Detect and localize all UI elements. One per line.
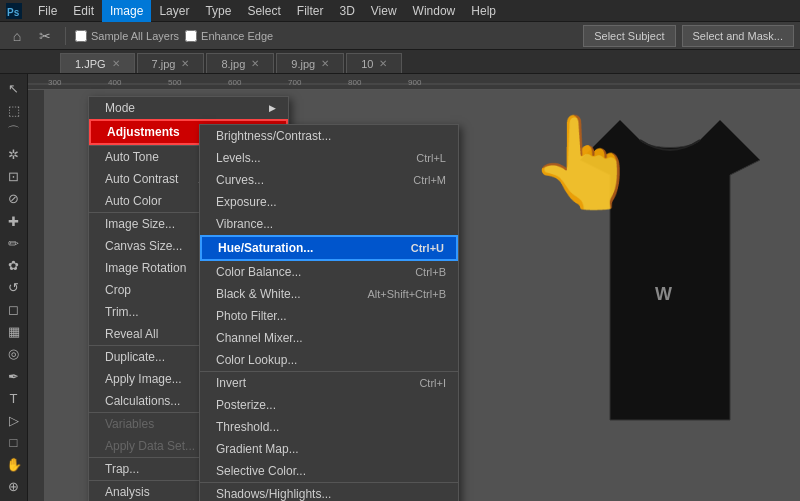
main-layout: ↖ ⬚ ⌒ ✲ ⊡ ⊘ ✚ ✏ ✿ ↺ ◻ ▦ ◎ ✒ T ▷ □ ✋ ⊕ 30…	[0, 74, 800, 501]
menu-type[interactable]: Type	[197, 0, 239, 22]
svg-text:500: 500	[168, 78, 182, 87]
lasso-tool[interactable]: ⌒	[2, 122, 26, 142]
history-brush-tool[interactable]: ↺	[2, 277, 26, 297]
svg-text:300: 300	[48, 78, 62, 87]
left-toolbar: ↖ ⬚ ⌒ ✲ ⊡ ⊘ ✚ ✏ ✿ ↺ ◻ ▦ ◎ ✒ T ▷ □ ✋ ⊕	[0, 74, 28, 501]
tab-close-1[interactable]: ✕	[112, 58, 120, 69]
svg-text:400: 400	[108, 78, 122, 87]
svg-text:900: 900	[408, 78, 422, 87]
dodge-tool[interactable]: ◎	[2, 344, 26, 364]
separator-1	[65, 27, 66, 45]
submenu-posterize[interactable]: Posterize...	[200, 394, 458, 416]
menu-window[interactable]: Window	[405, 0, 464, 22]
eraser-tool[interactable]: ◻	[2, 300, 26, 320]
menu-3d[interactable]: 3D	[331, 0, 362, 22]
svg-rect-11	[28, 90, 44, 501]
sample-all-layers-input[interactable]	[75, 30, 87, 42]
select-mask-button[interactable]: Select and Mask...	[682, 25, 795, 47]
brush-tool[interactable]: ✏	[2, 233, 26, 253]
rectangle-tool[interactable]: □	[2, 433, 26, 453]
tab-1jpg[interactable]: 1.JPG ✕	[60, 53, 135, 73]
menu-file[interactable]: File	[30, 0, 65, 22]
tab-8jpg[interactable]: 8.jpg ✕	[206, 53, 274, 73]
enhance-edge-checkbox[interactable]: Enhance Edge	[185, 30, 273, 42]
spot-healing-tool[interactable]: ✚	[2, 211, 26, 231]
menu-layer[interactable]: Layer	[151, 0, 197, 22]
eyedropper-tool[interactable]: ⊘	[2, 189, 26, 209]
hand-tool[interactable]: ✋	[2, 455, 26, 475]
svg-text:600: 600	[228, 78, 242, 87]
pen-tool[interactable]: ✒	[2, 366, 26, 386]
menu-select[interactable]: Select	[239, 0, 288, 22]
gradient-tool[interactable]: ▦	[2, 322, 26, 342]
svg-text:W: W	[655, 284, 672, 304]
menu-mode[interactable]: Mode	[89, 97, 288, 119]
menu-help[interactable]: Help	[463, 0, 504, 22]
submenu-curves[interactable]: Curves... Ctrl+M	[200, 169, 458, 191]
ruler-vertical	[28, 90, 44, 501]
adjustments-submenu: Brightness/Contrast... Levels... Ctrl+L …	[199, 124, 459, 501]
ruler-horizontal: 300 400 500 600 700 800 900	[28, 74, 800, 90]
tab-9jpg[interactable]: 9.jpg ✕	[276, 53, 344, 73]
submenu-vibrance[interactable]: Vibrance...	[200, 213, 458, 235]
tab-close-3[interactable]: ✕	[251, 58, 259, 69]
menu-image[interactable]: Image	[102, 0, 151, 22]
move-tool[interactable]: ↖	[2, 78, 26, 98]
submenu-invert[interactable]: Invert Ctrl+I	[200, 371, 458, 394]
submenu-levels[interactable]: Levels... Ctrl+L	[200, 147, 458, 169]
submenu-threshold[interactable]: Threshold...	[200, 416, 458, 438]
home-icon[interactable]: ⌂	[6, 25, 28, 47]
tab-close-4[interactable]: ✕	[321, 58, 329, 69]
sample-all-layers-checkbox[interactable]: Sample All Layers	[75, 30, 179, 42]
submenu-color-lookup[interactable]: Color Lookup...	[200, 349, 458, 371]
tool-icon[interactable]: ✂	[34, 25, 56, 47]
marquee-tool[interactable]: ⬚	[2, 100, 26, 120]
tab-close-5[interactable]: ✕	[379, 58, 387, 69]
submenu-brightness-contrast[interactable]: Brightness/Contrast...	[200, 125, 458, 147]
submenu-shadows-highlights[interactable]: Shadows/Highlights...	[200, 482, 458, 501]
submenu-selective-color[interactable]: Selective Color...	[200, 460, 458, 482]
tab-10[interactable]: 10 ✕	[346, 53, 402, 73]
submenu-color-balance[interactable]: Color Balance... Ctrl+B	[200, 261, 458, 283]
svg-text:Ps: Ps	[7, 7, 20, 18]
submenu-exposure[interactable]: Exposure...	[200, 191, 458, 213]
path-selection-tool[interactable]: ▷	[2, 410, 26, 430]
text-tool[interactable]: T	[2, 388, 26, 408]
menu-bar: Ps File Edit Image Layer Type Select Fil…	[0, 0, 800, 22]
options-toolbar: ⌂ ✂ Sample All Layers Enhance Edge Selec…	[0, 22, 800, 50]
menu-filter[interactable]: Filter	[289, 0, 332, 22]
submenu-channel-mixer[interactable]: Channel Mixer...	[200, 327, 458, 349]
crop-tool[interactable]: ⊡	[2, 167, 26, 187]
submenu-hue-saturation[interactable]: Hue/Saturation... Ctrl+U	[200, 235, 458, 261]
hand-cursor-icon: 👆	[528, 110, 640, 215]
tab-close-2[interactable]: ✕	[181, 58, 189, 69]
submenu-black-white[interactable]: Black & White... Alt+Shift+Ctrl+B	[200, 283, 458, 305]
magic-wand-tool[interactable]: ✲	[2, 144, 26, 164]
clone-tool[interactable]: ✿	[2, 255, 26, 275]
tab-7jpg[interactable]: 7.jpg ✕	[137, 53, 205, 73]
enhance-edge-input[interactable]	[185, 30, 197, 42]
tabs-bar: 1.JPG ✕ 7.jpg ✕ 8.jpg ✕ 9.jpg ✕ 10 ✕	[0, 50, 800, 74]
zoom-tool[interactable]: ⊕	[2, 477, 26, 497]
submenu-photo-filter[interactable]: Photo Filter...	[200, 305, 458, 327]
svg-text:700: 700	[288, 78, 302, 87]
ps-logo: Ps	[4, 1, 24, 21]
svg-text:800: 800	[348, 78, 362, 87]
submenu-gradient-map[interactable]: Gradient Map...	[200, 438, 458, 460]
select-subject-button[interactable]: Select Subject	[583, 25, 675, 47]
menu-edit[interactable]: Edit	[65, 0, 102, 22]
menu-view[interactable]: View	[363, 0, 405, 22]
